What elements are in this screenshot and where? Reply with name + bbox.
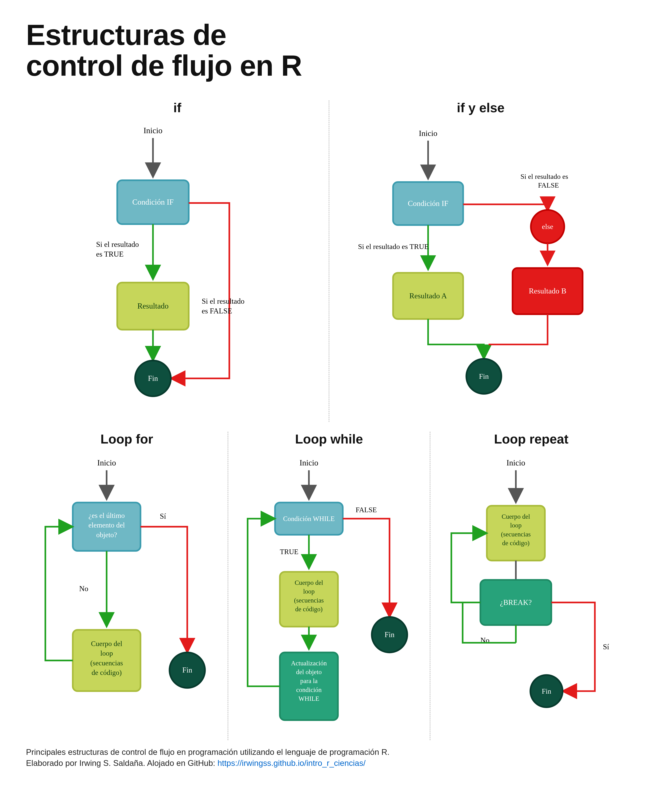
ifelse-false-l2: FALSE	[538, 181, 559, 189]
repeat-body-l1: Cuerpo del	[502, 513, 530, 520]
for-cond-l3: objeto?	[96, 531, 117, 539]
while-cond-text: Condición WHILE	[283, 515, 335, 523]
title-line-1: Estructuras de	[26, 19, 226, 51]
ifelse-result-b-text: Resultado B	[529, 286, 566, 295]
if-result-text: Resultado	[138, 302, 169, 310]
diagram-while: Inicio Condición WHILE FALSE TRUE Cuerpo…	[228, 453, 430, 740]
repeat-body-l2: loop	[510, 522, 522, 529]
panel-while: Loop while Inicio Condición WHILE FALSE …	[228, 432, 431, 740]
repeat-arrow-si	[551, 602, 595, 691]
ifelse-else-text: else	[542, 222, 553, 231]
panel-repeat-title: Loop repeat	[430, 432, 632, 447]
if-fin-text: Fin	[148, 374, 158, 382]
panel-if-title: if	[26, 100, 329, 115]
panel-while-title: Loop while	[228, 432, 430, 447]
while-update-l1: Actualización	[291, 660, 327, 667]
while-arrow-loopback	[248, 519, 280, 686]
diagram-for: Inicio ¿es el último elemento del objeto…	[26, 453, 228, 740]
bottom-row: Loop for Inicio ¿es el último elemento d…	[26, 432, 632, 740]
while-update-l2: del objeto	[296, 668, 322, 676]
repeat-break-text: ¿BREAK?	[500, 598, 532, 607]
repeat-inicio: Inicio	[507, 458, 525, 467]
caption-line-2-prefix: Elaborado por Irwing S. Saldaña. Alojado…	[26, 759, 218, 768]
repeat-si-label: Sí	[603, 643, 609, 651]
while-body-l1: Cuerpo del	[295, 579, 323, 586]
for-body-l2: loop	[100, 649, 113, 657]
ifelse-fin-text: Fin	[479, 372, 489, 380]
caption-line-1: Principales estructuras de control de fl…	[26, 747, 632, 758]
diagram-ifelse: Inicio Condición IF Si el resultado es F…	[329, 122, 632, 422]
while-update-l5: WHILE	[298, 695, 319, 702]
repeat-body-l4: de código)	[502, 540, 530, 547]
while-body-l4: de código)	[295, 605, 323, 613]
panel-if: if Inicio Condición IF Si el resultado	[26, 100, 329, 422]
for-cond-l2: elemento del	[88, 521, 125, 529]
while-false-label: FALSE	[356, 506, 377, 514]
panel-ifelse: if y else Inicio Condición IF Si el resu…	[329, 100, 632, 422]
for-arrow-si	[141, 527, 187, 651]
if-false-l1: Si el resultado	[202, 297, 244, 305]
for-cond-l1: ¿es el último	[89, 512, 125, 519]
diagram-if: Inicio Condición IF Si el resultado es T…	[26, 122, 329, 422]
ifelse-false-l1: Si el resultado es	[520, 173, 568, 180]
if-cond-text: Condición IF	[132, 198, 174, 206]
panel-repeat: Loop repeat Inicio Cuerpo del loop (secu…	[430, 432, 632, 740]
panel-ifelse-title: if y else	[329, 100, 632, 115]
ifelse-inicio: Inicio	[419, 129, 437, 138]
repeat-body-l3: (secuencias	[501, 531, 531, 538]
caption-line-2: Elaborado por Irwing S. Saldaña. Alojado…	[26, 758, 632, 769]
ifelse-result-a-text: Resultado A	[409, 291, 447, 300]
ifelse-cond-text: Condición IF	[408, 199, 448, 208]
if-true-l2: es TRUE	[96, 250, 124, 258]
for-no-label: No	[79, 585, 88, 593]
page-title: Estructuras de control de flujo en R	[26, 19, 632, 81]
title-line-2: control de flujo en R	[26, 49, 302, 82]
while-arrow-false	[343, 519, 389, 615]
if-inicio-label: Inicio	[143, 126, 163, 135]
while-fin-text: Fin	[385, 631, 395, 639]
for-body-l4: de código)	[92, 669, 122, 677]
caption-link[interactable]: https://irwingss.github.io/intro_r_cienc…	[218, 759, 366, 768]
ifelse-true-label: Si el resultado es TRUE	[358, 243, 429, 250]
caption-block: Principales estructuras de control de fl…	[26, 747, 632, 769]
while-inicio: Inicio	[299, 458, 318, 467]
for-body-l3: (secuencias	[90, 659, 123, 667]
diagram-repeat: Inicio Cuerpo del loop (secuencias de có…	[430, 453, 632, 740]
while-body-l2: loop	[303, 588, 315, 595]
ifelse-arrow-a-fin	[428, 319, 484, 357]
for-si-label: Sí	[160, 512, 166, 520]
if-true-l1: Si el resultado	[96, 240, 139, 249]
top-row: if Inicio Condición IF Si el resultado	[26, 100, 632, 422]
while-update-l3: para la	[300, 677, 318, 685]
for-body-l1: Cuerpo del	[91, 640, 122, 648]
for-fin-text: Fin	[182, 666, 192, 674]
ifelse-arrow-b-fin	[489, 314, 548, 344]
while-true-label: TRUE	[280, 548, 298, 555]
if-false-l2: es FALSE	[202, 307, 232, 315]
repeat-fin-text: Fin	[542, 687, 551, 695]
while-update-l4: condición	[296, 686, 322, 693]
ifelse-arrow-to-else	[463, 204, 548, 209]
for-arrow-loopback	[45, 527, 73, 660]
panel-for: Loop for Inicio ¿es el último elemento d…	[26, 432, 228, 740]
for-inicio: Inicio	[97, 458, 116, 467]
panel-for-title: Loop for	[26, 432, 228, 447]
while-body-l3: (secuencias	[294, 597, 324, 604]
